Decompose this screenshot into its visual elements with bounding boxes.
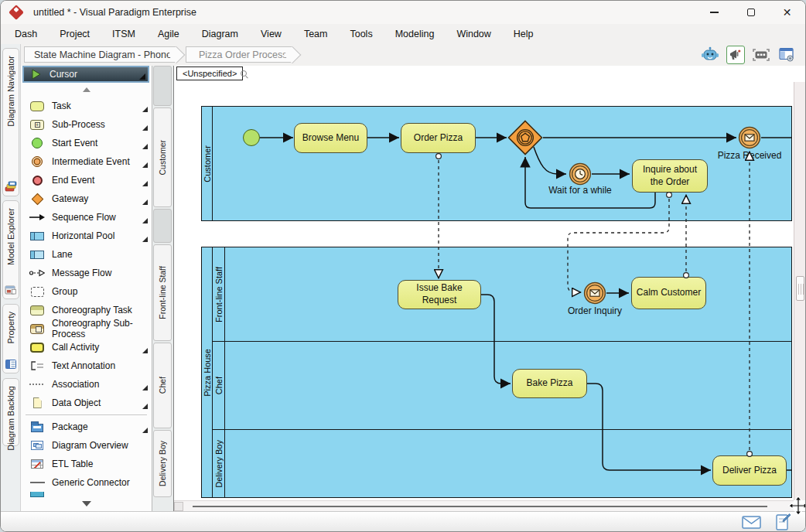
palette-item-package[interactable]: Package — [21, 418, 152, 436]
selection-marquee-icon[interactable] — [752, 46, 770, 64]
palette-item-association[interactable]: Association — [21, 375, 152, 394]
palette-item-task[interactable]: Task — [21, 97, 152, 115]
message-flow-inquire-to-orderinquiry[interactable] — [568, 199, 669, 292]
palette-item-call-activity[interactable]: Call Activity — [21, 338, 152, 356]
breadcrumb-item-state-machine[interactable]: State Machine Diagram - Phone — [24, 46, 176, 63]
tab-diagram-navigator[interactable]: Diagram Navigator — [2, 48, 19, 196]
message-anchor-order-pizza[interactable] — [436, 154, 442, 159]
expand-corner-icon[interactable] — [142, 428, 148, 433]
expand-corner-icon[interactable] — [142, 162, 148, 168]
horizontal-scrollbar-thumb[interactable] — [193, 506, 767, 507]
menu-project[interactable]: Project — [60, 29, 90, 39]
palette-item-label: Diagram Overview — [52, 440, 128, 451]
horizontal-scrollbar-button[interactable] — [174, 502, 183, 511]
palette-item-diagram-overview[interactable]: Diagram Overview — [21, 436, 152, 455]
menu-diagram[interactable]: Diagram — [202, 29, 238, 39]
palette-item-end-event[interactable]: End Event — [21, 171, 152, 189]
diagram-viewport[interactable]: Customer Pizza House Front-line Staff — [174, 82, 794, 500]
palette-item-group[interactable]: Group — [21, 282, 152, 301]
message-anchor-calm-customer[interactable] — [684, 273, 689, 278]
group-icon — [29, 285, 45, 298]
menu-modeling[interactable]: Modeling — [395, 29, 435, 39]
palette-item-intermediate-event[interactable]: Intermediate Event — [21, 152, 152, 171]
palette-item-cursor[interactable]: Cursor — [22, 66, 149, 83]
palette-item-horizontal-pool[interactable]: Horizontal Pool — [21, 227, 152, 245]
flow-issue-to-bake[interactable] — [481, 295, 511, 384]
cursor-expand-corner[interactable] — [139, 73, 145, 80]
palette-scroll-up-icon[interactable] — [83, 87, 91, 92]
expand-corner-icon[interactable] — [142, 200, 148, 205]
flow-gateway-to-wait[interactable] — [534, 147, 566, 174]
palette-item-choreography-task[interactable]: Choreography Task — [21, 301, 152, 319]
palette-item-message-flow[interactable]: Message Flow — [21, 264, 152, 282]
panel-layout-icon[interactable] — [777, 46, 796, 64]
tab-property-label: Property — [6, 312, 15, 344]
palette-item-lane[interactable]: Lane — [21, 245, 152, 264]
expand-corner-icon[interactable] — [142, 181, 148, 186]
palette-item-gateway[interactable]: Gateway — [21, 189, 152, 208]
tab-property[interactable]: Property — [2, 304, 19, 373]
menu-team[interactable]: Team — [304, 29, 328, 39]
palette-item-generic-connector[interactable]: Generic Connector — [21, 473, 152, 492]
palette-item-sub-process[interactable]: + Sub-Process — [21, 115, 152, 134]
canvas-top-bar: <Unspecified> — [174, 66, 805, 82]
expand-corner-icon[interactable] — [142, 385, 148, 390]
menu-itsm[interactable]: ITSM — [112, 29, 135, 39]
lane-tab-blank-top[interactable] — [153, 66, 172, 106]
palette-item-text-annotation[interactable]: Text Annotation — [21, 356, 152, 375]
lane-tab-front-line-staff[interactable]: Front-line Staff — [153, 244, 172, 341]
message-anchor-deliver-pizza[interactable] — [747, 452, 753, 457]
maximize-button[interactable] — [733, 1, 769, 24]
palette-item-sequence-flow[interactable]: Sequence Flow — [21, 208, 152, 227]
menu-window[interactable]: Window — [456, 29, 490, 39]
message-envelope-icon[interactable] — [742, 516, 761, 529]
flow-inquire-to-gateway-loop[interactable] — [525, 157, 655, 208]
expand-corner-icon[interactable] — [142, 144, 148, 149]
vertical-scrollbar[interactable] — [794, 82, 806, 500]
palette-item-label: Group — [52, 286, 77, 297]
lane-tab-customer[interactable]: Customer — [153, 107, 172, 207]
expand-corner-icon[interactable] — [142, 218, 148, 223]
menu-help[interactable]: Help — [514, 29, 534, 39]
palette-item-choreography-sub-process[interactable]: Choreography Sub-Process — [21, 319, 152, 338]
maximize-icon — [747, 9, 755, 16]
tab-model-explorer[interactable]: Model Explorer — [2, 200, 19, 299]
menu-tools[interactable]: Tools — [350, 29, 372, 39]
task-icon — [29, 100, 45, 112]
lane-tab-chef[interactable]: Chef — [153, 343, 172, 428]
palette-item-start-event[interactable]: Start Event — [21, 134, 152, 152]
palette-item-label: Intermediate Event — [52, 156, 130, 167]
lane-tab-delivery-boy[interactable]: Delivery Boy — [153, 430, 172, 497]
minimize-button[interactable] — [696, 1, 733, 24]
palette-item-clipped[interactable] — [21, 492, 152, 501]
breadcrumb-item-pizza-order[interactable]: Pizza Order Process — [186, 46, 292, 63]
expand-corner-icon[interactable] — [142, 107, 148, 112]
palette-item-data-object[interactable]: Data Object — [21, 394, 152, 412]
menu-agile[interactable]: Agile — [158, 29, 179, 39]
expand-corner-icon[interactable] — [142, 404, 148, 409]
palette-scroll-down-icon[interactable] — [82, 501, 91, 506]
search-icon[interactable] — [241, 70, 247, 77]
vertical-scrollbar-thumb[interactable] — [796, 276, 804, 301]
tab-diagram-backlog[interactable]: Diagram Backlog — [2, 378, 19, 446]
palette-item-etl-table[interactable]: ETL Table — [21, 455, 152, 473]
flow-bake-to-deliver[interactable] — [587, 384, 711, 470]
message-anchor-inquire[interactable] — [667, 193, 672, 198]
shape-selector-dropdown[interactable]: <Unspecified> — [176, 66, 243, 80]
menu-dash[interactable]: Dash — [15, 29, 37, 39]
close-button[interactable]: ✕ — [769, 1, 805, 24]
horizontal-scrollbar[interactable] — [174, 500, 794, 511]
association-icon — [29, 378, 45, 390]
expand-corner-icon[interactable] — [142, 237, 148, 242]
diagram-canvas[interactable]: <Unspecified> Customer Pizza House — [173, 66, 805, 511]
lane-tab-blank-middle[interactable] — [153, 209, 172, 243]
menu-view[interactable]: View — [261, 29, 282, 39]
palette-item-label: Package — [52, 421, 88, 432]
expand-corner-icon[interactable] — [142, 125, 148, 131]
palette-item-label: Lane — [52, 249, 73, 260]
announcement-megaphone-icon[interactable] — [726, 46, 745, 64]
property-icon — [5, 359, 17, 370]
assistant-robot-icon[interactable] — [701, 46, 719, 64]
close-icon: ✕ — [783, 7, 792, 18]
expand-corner-icon[interactable] — [142, 348, 148, 353]
